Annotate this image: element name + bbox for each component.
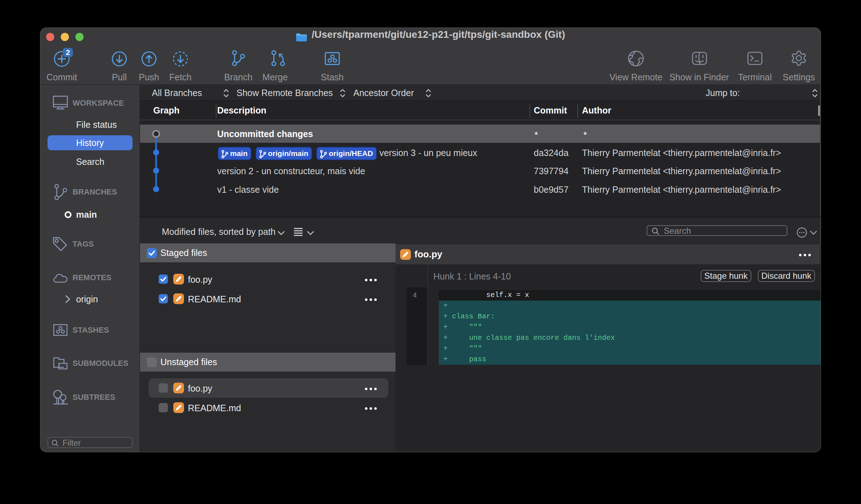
svg-text:2: 2 xyxy=(66,48,70,56)
